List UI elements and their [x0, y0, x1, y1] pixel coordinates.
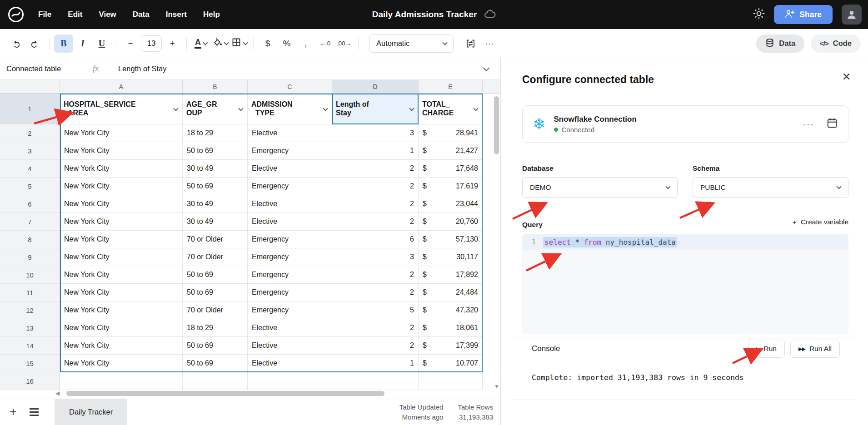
data-cell[interactable]: New York City	[60, 213, 183, 231]
percent-format-button[interactable]: %	[277, 35, 296, 53]
data-cell[interactable]: New York City	[60, 124, 183, 142]
data-cell[interactable]: New York City	[60, 337, 183, 355]
data-cell[interactable]: $17,399	[419, 337, 483, 355]
connection-card[interactable]: ❄ Snowflake Connection Connected ···	[522, 105, 848, 143]
data-cell[interactable]: New York City	[60, 178, 183, 195]
header-cell[interactable]: TOTAL_ CHARGE	[419, 94, 483, 124]
vertical-scrollbar[interactable]	[494, 96, 499, 154]
data-cell[interactable]: $30,117	[419, 248, 483, 266]
data-cell[interactable]: 50 to 69	[183, 284, 248, 301]
data-cell[interactable]: New York City	[60, 142, 183, 160]
overflow-menu-button[interactable]: ···	[480, 35, 499, 53]
column-header-E[interactable]: E	[419, 80, 483, 94]
sheet-tab[interactable]: Daily Tracker	[55, 399, 127, 425]
data-cell[interactable]: 50 to 69	[183, 142, 248, 160]
row-number[interactable]: 12	[0, 301, 60, 319]
undo-button[interactable]	[6, 35, 25, 53]
data-cell[interactable]: $18,061	[419, 319, 483, 337]
data-cell[interactable]: $10,707	[419, 355, 483, 372]
data-cell[interactable]: 70 or Older	[183, 301, 248, 319]
run-all-button[interactable]: ▶▶ Run All	[790, 340, 840, 358]
query-text[interactable]: select * from ny_hospital_data	[543, 237, 677, 247]
font-size-increase-button[interactable]: +	[163, 35, 182, 53]
database-select[interactable]: DEMO	[522, 177, 678, 198]
data-cell[interactable]: Elective	[248, 337, 332, 355]
number-format-select[interactable]: Automatic	[369, 35, 454, 53]
schema-select[interactable]: PUBLIC	[693, 177, 848, 198]
thousands-separator-button[interactable]: ,	[296, 35, 315, 53]
data-cell[interactable]: Elective	[248, 213, 332, 231]
data-cell[interactable]: 2	[332, 213, 419, 231]
data-transform-button[interactable]	[461, 35, 480, 53]
data-view-button[interactable]: Data	[756, 35, 804, 53]
query-editor[interactable]: 1 select * from ny_hospital_data	[522, 234, 848, 334]
row-number[interactable]: 1	[0, 94, 60, 124]
menu-view[interactable]: View	[99, 10, 116, 19]
data-cell[interactable]: Emergency	[248, 142, 332, 160]
data-cell[interactable]: 2	[332, 284, 419, 301]
data-cell[interactable]: New York City	[60, 319, 183, 337]
data-cell[interactable]: $17,648	[419, 160, 483, 178]
row-number[interactable]: 6	[0, 195, 60, 213]
menu-data[interactable]: Data	[133, 10, 150, 19]
header-cell[interactable]: HOSPITAL_SERVICE _AREA	[60, 94, 183, 124]
data-cell[interactable]: 70 or Older	[183, 248, 248, 266]
data-cell[interactable]: 2	[332, 178, 419, 195]
data-cell[interactable]: 1	[332, 142, 419, 160]
data-cell[interactable]: New York City	[60, 301, 183, 319]
data-cell[interactable]: 1	[332, 355, 419, 372]
data-cell[interactable]	[419, 372, 483, 390]
data-cell[interactable]: $20,760	[419, 213, 483, 231]
filter-chevron-icon[interactable]	[323, 106, 328, 111]
text-color-button[interactable]: A	[191, 35, 210, 53]
currency-format-button[interactable]: $	[258, 35, 277, 53]
data-cell[interactable]: 18 to 29	[183, 124, 248, 142]
theme-toggle-icon[interactable]	[753, 8, 765, 21]
data-cell[interactable]: 6	[332, 231, 419, 248]
code-view-button[interactable]: </> Code	[811, 35, 861, 53]
document-title[interactable]: Daily Admissions Tracker	[372, 10, 477, 20]
data-cell[interactable]: 30 to 49	[183, 160, 248, 178]
data-cell[interactable]: 30 to 49	[183, 195, 248, 213]
data-cell[interactable]: Emergency	[248, 248, 332, 266]
horizontal-scrollbar[interactable]	[66, 391, 384, 396]
menu-help[interactable]: Help	[203, 10, 220, 19]
decrease-decimals-button[interactable]: ←.0	[315, 35, 334, 53]
scroll-down-icon[interactable]: ▼	[494, 383, 499, 390]
column-header-B[interactable]: B	[183, 80, 248, 94]
data-cell[interactable]	[183, 372, 248, 390]
data-cell[interactable]	[332, 372, 419, 390]
close-icon[interactable]: ×	[842, 69, 851, 84]
data-cell[interactable]: 30 to 49	[183, 213, 248, 231]
header-cell[interactable]: ADMISSION _TYPE	[248, 94, 332, 124]
data-cell[interactable]: $21,427	[419, 142, 483, 160]
borders-button[interactable]	[229, 35, 249, 53]
data-cell[interactable]: New York City	[60, 266, 183, 284]
row-number[interactable]: 13	[0, 319, 60, 337]
data-cell[interactable]: $23,044	[419, 195, 483, 213]
app-logo-icon[interactable]	[7, 6, 25, 23]
data-cell[interactable]: 18 to 29	[183, 319, 248, 337]
increase-decimals-button[interactable]: .00→	[334, 35, 354, 53]
data-cell[interactable]: 2	[332, 266, 419, 284]
data-cell[interactable]: Emergency	[248, 266, 332, 284]
fill-color-button[interactable]	[210, 35, 229, 53]
data-cell[interactable]: $28,941	[419, 124, 483, 142]
data-cell[interactable]: New York City	[60, 160, 183, 178]
calendar-icon[interactable]	[826, 117, 838, 131]
row-number[interactable]: 16	[0, 372, 60, 390]
row-number[interactable]: 11	[0, 284, 60, 301]
data-cell[interactable]: $17,892	[419, 266, 483, 284]
row-number[interactable]: 15	[0, 355, 60, 372]
menu-edit[interactable]: Edit	[68, 10, 82, 19]
create-variable-button[interactable]: + Create variable	[793, 218, 848, 226]
row-number[interactable]: 14	[0, 337, 60, 355]
filter-chevron-icon[interactable]	[173, 106, 178, 111]
data-cell[interactable]: 50 to 69	[183, 337, 248, 355]
scroll-left-icon[interactable]: ◀	[55, 390, 60, 396]
column-header-A[interactable]: A	[60, 80, 183, 94]
column-header-D[interactable]: D	[332, 80, 419, 94]
data-cell[interactable]: 3	[332, 248, 419, 266]
select-all-corner[interactable]	[0, 80, 60, 94]
more-options-icon[interactable]: ···	[803, 119, 814, 129]
